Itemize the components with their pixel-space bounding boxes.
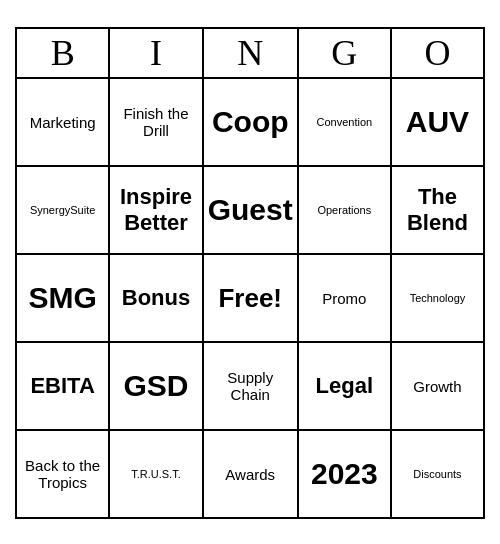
cell-r3-c4: Growth	[391, 342, 484, 430]
cell-r3-c2: Supply Chain	[203, 342, 298, 430]
cell-r1-c4: The Blend	[391, 166, 484, 254]
cell-r1-c1: Inspire Better	[109, 166, 202, 254]
cell-r0-c3: Convention	[298, 78, 391, 166]
cell-r0-c4: AUV	[391, 78, 484, 166]
cell-r1-c0: SynergySuite	[16, 166, 109, 254]
cell-r0-c1: Finish the Drill	[109, 78, 202, 166]
cell-r2-c4: Technology	[391, 254, 484, 342]
header-i: I	[109, 28, 202, 78]
cell-r4-c0: Back to the Tropics	[16, 430, 109, 518]
cell-r4-c2: Awards	[203, 430, 298, 518]
bingo-grid: B I N G O MarketingFinish the DrillCoopC…	[15, 27, 485, 519]
cell-r1-c2: Guest	[203, 166, 298, 254]
header-g: G	[298, 28, 391, 78]
cell-r2-c3: Promo	[298, 254, 391, 342]
cell-r0-c0: Marketing	[16, 78, 109, 166]
cell-r2-c2: Free!	[203, 254, 298, 342]
header-n: N	[203, 28, 298, 78]
cell-r1-c3: Operations	[298, 166, 391, 254]
cell-r3-c1: GSD	[109, 342, 202, 430]
cell-r2-c1: Bonus	[109, 254, 202, 342]
cell-r2-c0: SMG	[16, 254, 109, 342]
cell-r4-c1: T.R.U.S.T.	[109, 430, 202, 518]
cell-r0-c2: Coop	[203, 78, 298, 166]
bingo-card: B I N G O MarketingFinish the DrillCoopC…	[15, 25, 485, 519]
cell-r3-c0: EBITA	[16, 342, 109, 430]
cell-r4-c4: Discounts	[391, 430, 484, 518]
header-o: O	[391, 28, 484, 78]
cell-r3-c3: Legal	[298, 342, 391, 430]
header-b: B	[16, 28, 109, 78]
cell-r4-c3: 2023	[298, 430, 391, 518]
